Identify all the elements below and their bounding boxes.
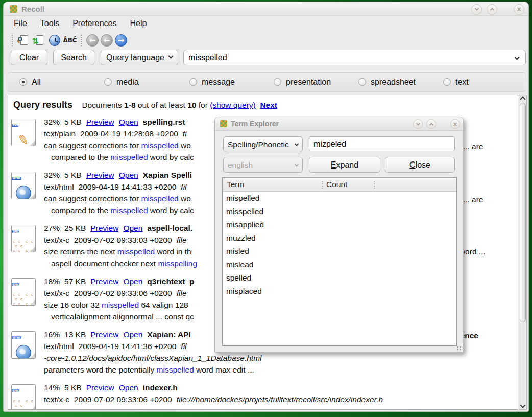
close-dialog-button[interactable]: Close bbox=[385, 157, 455, 173]
open-link[interactable]: Open bbox=[119, 383, 138, 392]
term-list-header[interactable]: Term Count bbox=[223, 178, 456, 192]
chevron-up-icon bbox=[429, 123, 433, 127]
resize-grip[interactable] bbox=[457, 346, 462, 351]
filter-spreadsheet[interactable]: spreadsheet bbox=[358, 78, 416, 87]
src-file-icon: SRCc c c c c c c c c c bbox=[11, 225, 36, 252]
next-page-button[interactable]: → bbox=[115, 34, 127, 47]
term-row[interactable]: misspelled bbox=[223, 205, 456, 218]
result-title: q3richtext_p bbox=[147, 277, 194, 286]
column-separator[interactable] bbox=[374, 181, 375, 189]
preview-link[interactable]: Preview bbox=[86, 171, 114, 179]
maximize-button[interactable] bbox=[487, 4, 497, 15]
open-link[interactable]: Open bbox=[123, 277, 142, 286]
result-title: Xapian Spelli bbox=[143, 171, 192, 179]
globe-icon bbox=[16, 186, 31, 200]
column-count[interactable]: Count bbox=[326, 180, 347, 189]
filter-text[interactable]: text bbox=[443, 78, 469, 87]
highlight-term: misspelled bbox=[110, 153, 148, 161]
advanced-search-button[interactable] bbox=[16, 33, 32, 48]
result-url: fil bbox=[181, 342, 186, 351]
column-term[interactable]: Term bbox=[223, 180, 244, 189]
close-icon: × bbox=[517, 6, 521, 13]
highlight-term: misspelled bbox=[110, 206, 148, 215]
term-row[interactable]: misled bbox=[223, 245, 456, 258]
filter-all[interactable]: All bbox=[19, 78, 41, 87]
filter-message[interactable]: message bbox=[189, 78, 235, 87]
highlight-term: misspelled bbox=[102, 300, 139, 309]
preview-link[interactable]: Preview bbox=[90, 330, 118, 339]
preview-link[interactable]: Preview bbox=[86, 383, 114, 392]
filter-media[interactable]: media bbox=[104, 78, 139, 87]
previous-page-button[interactable]: ← bbox=[101, 34, 113, 47]
dialog-close-button[interactable]: × bbox=[450, 119, 460, 129]
document-search-icon bbox=[20, 35, 28, 45]
first-page-button[interactable]: ← bbox=[86, 34, 99, 47]
globe-icon bbox=[16, 345, 31, 359]
preview-link[interactable]: Preview bbox=[90, 277, 118, 286]
clear-button[interactable]: Clear bbox=[11, 50, 47, 65]
column-separator[interactable] bbox=[322, 181, 323, 189]
term-row[interactable]: mislead bbox=[223, 258, 456, 271]
highlight-term: misspelling bbox=[158, 259, 197, 268]
term-row[interactable]: muzzled bbox=[223, 231, 456, 245]
html-file-icon: HTML bbox=[11, 172, 36, 199]
expand-button[interactable]: Expand bbox=[309, 157, 380, 173]
sort-parameters-button[interactable]: ⇅ bbox=[32, 33, 47, 48]
document-history-button[interactable] bbox=[47, 33, 62, 48]
radio-icon bbox=[358, 78, 366, 86]
results-title: Query results bbox=[13, 100, 72, 110]
chevron-down-icon bbox=[474, 6, 478, 10]
scroll-up-icon[interactable] bbox=[520, 96, 525, 102]
result-title: Xapian: API bbox=[147, 330, 191, 339]
menu-tools[interactable]: Tools bbox=[40, 19, 59, 28]
result-url: file bbox=[177, 289, 187, 297]
term-row[interactable]: misplaced bbox=[223, 285, 456, 298]
radio-icon bbox=[104, 78, 112, 86]
result-url: file:///home/dockes/projets/fulltext/rec… bbox=[177, 395, 383, 404]
filter-presentation[interactable]: presentation bbox=[274, 78, 331, 87]
preview-link[interactable]: Preview bbox=[90, 224, 118, 233]
radio-icon bbox=[443, 78, 451, 86]
close-button[interactable]: × bbox=[514, 4, 524, 15]
results-scrollbar[interactable] bbox=[519, 95, 527, 410]
title-bar[interactable]: Recoll × bbox=[4, 2, 528, 16]
show-query-link[interactable]: (show query) bbox=[210, 101, 256, 109]
sort-document-icon: ⇅ bbox=[36, 35, 43, 45]
dialog-title-bar[interactable]: Term Explorer × bbox=[215, 117, 463, 131]
search-input[interactable] bbox=[183, 50, 526, 65]
dialog-maximize-button[interactable] bbox=[426, 119, 436, 129]
toolbar-handle[interactable] bbox=[80, 34, 83, 47]
search-button[interactable]: Search bbox=[53, 50, 94, 65]
dialog-minimize-button[interactable] bbox=[413, 119, 423, 129]
minimize-button[interactable] bbox=[471, 4, 482, 15]
spellcheck-abc-icon: ÅBĈ bbox=[63, 37, 77, 44]
menu-help[interactable]: Help bbox=[130, 19, 147, 28]
radio-icon bbox=[19, 78, 27, 86]
term-input[interactable] bbox=[309, 136, 455, 151]
menu-file[interactable]: File bbox=[14, 19, 27, 28]
open-link[interactable]: Open bbox=[119, 118, 138, 126]
term-row[interactable]: misapplied bbox=[223, 218, 456, 231]
query-language-select[interactable]: Query language bbox=[101, 50, 178, 65]
recoll-app-icon bbox=[220, 120, 227, 127]
menu-preferences[interactable]: Preferences bbox=[72, 19, 116, 28]
result-path: -core-1.0.12/docs/apidoc/html/classXapia… bbox=[44, 354, 518, 365]
arrow-right-icon: → bbox=[118, 36, 125, 45]
result-url: file bbox=[177, 236, 187, 244]
scrollbar-thumb[interactable] bbox=[520, 103, 526, 322]
expansion-mode-select[interactable]: Spelling/Phonetic bbox=[223, 136, 303, 152]
open-link[interactable]: Open bbox=[119, 171, 138, 179]
result-title: spelling.rst bbox=[143, 118, 185, 126]
next-page-link[interactable]: Next bbox=[260, 101, 277, 109]
open-link[interactable]: Open bbox=[123, 224, 142, 233]
term-row[interactable]: spelled bbox=[223, 271, 456, 285]
term-explorer-button[interactable]: ÅBĈ bbox=[62, 33, 78, 48]
toolbar-handle[interactable] bbox=[11, 34, 14, 47]
open-link[interactable]: Open bbox=[123, 330, 142, 339]
toolbar: ⇅ ÅBĈ ← ← → bbox=[4, 31, 528, 49]
term-row[interactable]: mispelled bbox=[223, 192, 456, 205]
arrow-left-icon: ← bbox=[104, 36, 110, 45]
preview-link[interactable]: Preview bbox=[86, 118, 114, 126]
scroll-down-icon[interactable] bbox=[520, 402, 525, 408]
category-filter-bar: All media message presentation spreadshe… bbox=[8, 72, 525, 92]
